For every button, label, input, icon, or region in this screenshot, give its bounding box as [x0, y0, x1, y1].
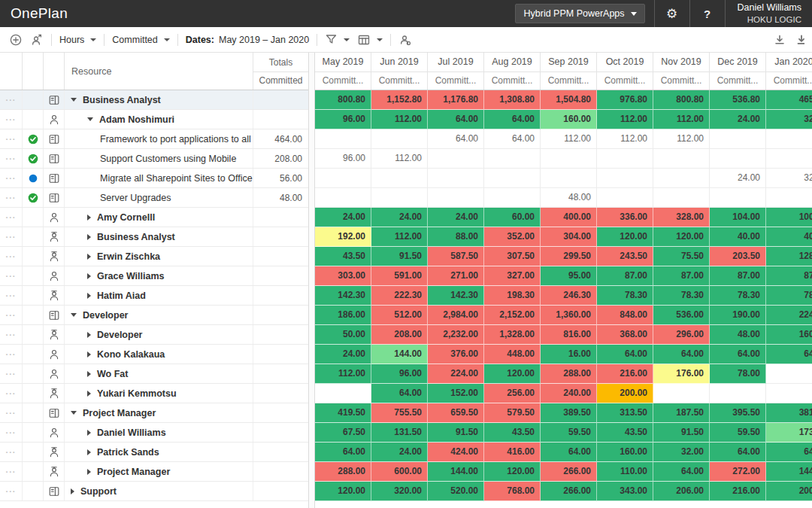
hours-cell[interactable]: 327.00 [484, 266, 541, 286]
hours-cell[interactable]: 64.00 [653, 345, 710, 364]
hours-cell[interactable]: 800.80 [653, 90, 710, 110]
expander-icon[interactable] [71, 313, 77, 317]
row-actions-ellipsis[interactable]: ··· [0, 345, 23, 364]
hours-cell[interactable] [315, 188, 371, 208]
hours-cell[interactable]: 1,328.00 [484, 325, 541, 345]
filter-dropdown[interactable] [325, 33, 350, 46]
hours-cell[interactable] [484, 149, 541, 169]
hours-cell[interactable]: 2,152.00 [484, 306, 541, 325]
hours-cell[interactable]: 91.50 [371, 247, 428, 266]
hours-cell[interactable]: 78.30 [653, 286, 710, 306]
hours-cell[interactable] [597, 149, 653, 169]
expander-icon[interactable] [87, 371, 91, 377]
expander-icon[interactable] [71, 98, 77, 102]
hours-cell[interactable]: 224. [766, 306, 812, 325]
hours-cell[interactable]: 24.00 [710, 169, 766, 188]
resource-row[interactable]: ···Support [0, 482, 308, 501]
hours-cell[interactable] [484, 169, 541, 188]
hours-cell[interactable] [653, 149, 710, 169]
hours-cell[interactable]: 64.00 [315, 443, 371, 462]
hours-cell[interactable]: 100. [766, 208, 812, 227]
hours-cell[interactable]: 659.50 [428, 403, 484, 423]
hours-cell[interactable]: 395.50 [710, 403, 766, 423]
hours-cell[interactable] [428, 149, 484, 169]
resource-row[interactable]: ···Developer [0, 306, 308, 325]
hours-cell[interactable] [541, 149, 597, 169]
hours-cell[interactable]: 110.00 [597, 462, 653, 482]
hours-cell[interactable]: 91.50 [653, 423, 710, 443]
hours-cell[interactable]: 266.00 [541, 462, 597, 482]
hours-cell[interactable]: 112.00 [371, 149, 428, 169]
hours-cell[interactable]: 64.00 [371, 384, 428, 403]
expander-icon[interactable] [87, 391, 91, 397]
hours-cell[interactable]: 87. [766, 266, 812, 286]
hours-cell[interactable]: 120.00 [597, 227, 653, 247]
hours-cell[interactable]: 142.30 [428, 286, 484, 306]
hours-cell[interactable]: 246.30 [541, 286, 597, 306]
hours-cell[interactable]: 64.00 [484, 129, 541, 149]
resource-settings-button[interactable] [398, 33, 412, 47]
hours-cell[interactable]: 32.00 [653, 443, 710, 462]
hours-cell[interactable]: 755.50 [371, 403, 428, 423]
hours-cell[interactable]: 64.00 [710, 443, 766, 462]
hours-cell[interactable]: 43.50 [597, 423, 653, 443]
hours-cell[interactable]: 376.00 [428, 345, 484, 364]
row-actions-ellipsis[interactable]: ··· [0, 482, 23, 500]
hours-cell[interactable] [315, 129, 371, 149]
hours-cell[interactable]: 160.00 [541, 110, 597, 129]
hours-cell[interactable]: 78.30 [597, 286, 653, 306]
row-actions-ellipsis[interactable]: ··· [0, 247, 23, 266]
hours-cell[interactable] [371, 129, 428, 149]
row-actions-ellipsis[interactable]: ··· [0, 149, 23, 168]
hours-cell[interactable]: 48.00 [541, 188, 597, 208]
hours-cell[interactable]: 32. [766, 110, 812, 129]
dates-range-button[interactable]: Dates: May 2019 – Jan 2020 [186, 35, 309, 45]
hours-cell[interactable]: 24.00 [710, 110, 766, 129]
row-actions-ellipsis[interactable]: ··· [0, 462, 23, 481]
units-dropdown[interactable]: Hours [59, 35, 96, 45]
row-actions-ellipsis[interactable]: ··· [0, 266, 23, 285]
hours-cell[interactable] [766, 364, 812, 384]
hours-cell[interactable]: 24.00 [428, 208, 484, 227]
hours-cell[interactable] [597, 169, 653, 188]
hours-cell[interactable]: 381. [766, 403, 812, 423]
hours-cell[interactable]: 32. [766, 169, 812, 188]
hours-cell[interactable]: 848.00 [597, 306, 653, 325]
hours-cell[interactable] [766, 149, 812, 169]
hours-cell[interactable]: 296.00 [653, 325, 710, 345]
hours-cell[interactable]: 67.50 [315, 423, 371, 443]
hours-cell[interactable]: 160. [766, 325, 812, 345]
resource-row[interactable]: ···Kono Kalakaua [0, 345, 308, 364]
hours-cell[interactable]: 1,308.80 [484, 90, 541, 110]
hours-cell[interactable]: 416.00 [484, 443, 541, 462]
hours-cell[interactable]: 976.80 [597, 90, 653, 110]
hours-cell[interactable] [710, 149, 766, 169]
row-actions-ellipsis[interactable]: ··· [0, 90, 23, 109]
hours-cell[interactable]: 120.00 [653, 227, 710, 247]
hours-cell[interactable]: 96.00 [315, 149, 371, 169]
hours-cell[interactable]: 112.00 [371, 227, 428, 247]
hours-cell[interactable]: 272.00 [710, 462, 766, 482]
user-menu[interactable]: Daniel Williams HOKU LOGIC [726, 0, 812, 27]
hours-cell[interactable]: 600.00 [371, 462, 428, 482]
row-actions-ellipsis[interactable]: ··· [0, 306, 23, 324]
expander-icon[interactable] [71, 411, 77, 415]
hours-cell[interactable]: 206.00 [653, 482, 710, 501]
row-actions-ellipsis[interactable]: ··· [0, 423, 23, 442]
hours-cell[interactable]: 352.00 [484, 227, 541, 247]
frozen-pane-divider[interactable] [308, 53, 315, 508]
row-actions-ellipsis[interactable]: ··· [0, 443, 23, 461]
hours-cell[interactable]: 1,176.80 [428, 90, 484, 110]
row-actions-ellipsis[interactable]: ··· [0, 286, 23, 305]
hours-cell[interactable]: 389.50 [541, 403, 597, 423]
hours-cell[interactable] [710, 384, 766, 403]
hours-cell[interactable]: 216.00 [597, 364, 653, 384]
hours-cell[interactable]: 328.00 [653, 208, 710, 227]
hours-cell[interactable]: 203.50 [710, 247, 766, 266]
resource-row[interactable]: ···Business Analyst [0, 227, 308, 247]
resource-row[interactable]: ···Project Manager [0, 403, 308, 423]
hours-cell[interactable]: 112.00 [541, 129, 597, 149]
hours-cell[interactable]: 243.50 [597, 247, 653, 266]
hours-cell[interactable]: 336.00 [597, 208, 653, 227]
hours-cell[interactable]: 50.00 [315, 325, 371, 345]
